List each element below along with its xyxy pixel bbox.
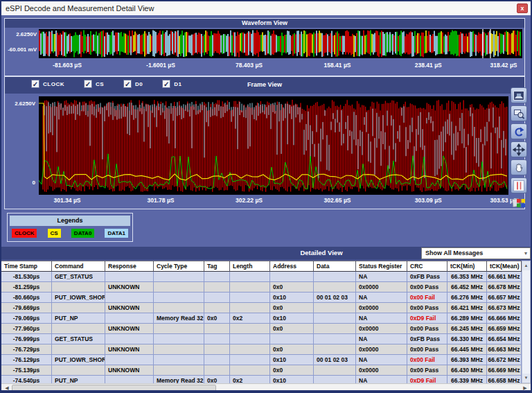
table-cell [105,272,154,282]
table-row[interactable]: -81.530µsGET_STATUSNA0xFB Pass66.353 MHz… [1,272,522,282]
table-cell [105,313,154,324]
hand-icon[interactable] [511,159,527,175]
window-border-bottom [0,390,532,393]
table-cell: NA [356,355,407,365]
channel-toggle-d1[interactable]: ✓D1 [162,80,181,88]
table-cell: 00 01 02 03 [314,355,356,365]
column-header-address[interactable]: Address [270,261,314,272]
column-header-cycle-type[interactable]: Cycle Type [154,261,204,272]
column-header-tck-min-[interactable]: tCK(Min) [447,261,487,272]
table-vertical-scrollbar[interactable]: ▲ ▼ [522,261,531,383]
table-row[interactable]: -81.259µsUNKNOWN0x00x00000x00 Pass66.452… [1,282,522,292]
table-row[interactable]: -76.729µsUNKNOWN0x00x00000x00 Pass66.445… [1,344,522,355]
table-row[interactable]: -77.960µsUNKNOWN0x00x00000x00 Pass66.245… [1,324,522,334]
table-cell: 0x10 [270,376,314,383]
espi-detail-window: eSPI Decode and Measurement Detail View … [0,0,532,393]
column-header-crc[interactable]: CRC [407,261,447,272]
window-border-left [0,1,1,390]
waveform-view-header: Waveform View [5,19,524,28]
table-cell: 0x00 Fail [407,292,447,303]
cursors-icon[interactable] [511,177,527,193]
table-cell: -74.540µs [1,376,52,383]
table-cell: 0x0 [270,365,314,376]
table-cell [154,292,204,303]
table-cell: Memory Read 32 [154,376,204,383]
table-cell: 0x00 Pass [407,365,447,376]
column-header-tag[interactable]: Tag [204,261,230,272]
table-cell [230,292,270,303]
table-row[interactable]: -80.660µsPUT_IOWR_SHORT0x1000 01 02 03NA… [1,292,522,303]
pan-icon[interactable] [511,141,527,157]
table-cell: 0xD9 Fail [407,313,447,324]
decode-table-header: Time StampCommandResponseCycle TypeTagLe… [1,261,522,272]
table-cell [204,324,230,334]
table-cell [204,292,230,303]
table-cell: 66.339 MHz [447,376,487,383]
frame-detail-plot[interactable] [39,96,508,195]
channel-toggle-d0[interactable]: ✓D0 [123,80,143,88]
channel-toggle-cs[interactable]: ✓CS [84,80,104,88]
scroll-up-icon[interactable]: ▲ [522,261,530,270]
undo-icon[interactable] [511,123,527,139]
table-cell: 66.673 MHz [487,303,522,313]
table-cell: 0x0 [270,282,314,292]
table-row[interactable]: -76.129µsPUT_IOWR_SHORT0x1000 01 02 03NA… [1,355,522,365]
message-filter-dropdown[interactable]: Show All Messages ▾ [421,247,531,259]
table-cell [314,272,356,282]
scroll-down-icon[interactable]: ▼ [522,374,530,383]
checkbox-checked-icon[interactable]: ✓ [162,80,170,88]
column-header-time-stamp[interactable]: Time Stamp [1,261,52,272]
frame-view-header: ✓CLOCK✓CS✓D0✓D1 Frame View [5,77,524,94]
time-tick-label: 158.41 µS [324,62,351,69]
table-cell: PUT_NP [52,376,105,383]
table-cell: UNKNOWN [105,344,154,355]
table-cell: 0x0000 [356,324,407,334]
checkbox-checked-icon[interactable]: ✓ [84,80,92,88]
table-cell: -81.259µs [1,282,52,292]
frame-y-max-label: 2.6250V [5,101,35,107]
table-cell: 0x0 [204,313,230,324]
table-cell: NA [356,376,407,383]
palette-icon[interactable] [511,195,527,211]
checkbox-checked-icon[interactable]: ✓ [123,80,132,88]
column-header-tck-mean-[interactable]: tCK(Mean) [487,261,522,272]
zoom-region-icon[interactable] [511,105,527,121]
table-cell: 0xFB Pass [407,272,447,282]
table-row[interactable]: -75.139µsUNKNOWN0x00x00000x00 Pass66.430… [1,365,522,376]
table-cell [154,355,204,365]
waveform-overview-plot[interactable] [39,29,522,58]
table-cell: -80.660µs [1,292,52,303]
column-header-length[interactable]: Length [230,261,270,272]
table-cell [204,344,230,355]
window-title: eSPI Decode and Measurement Detail View [6,4,154,12]
waveform-preview-icon[interactable] [511,87,527,103]
table-cell: 66.678 MHz [487,282,522,292]
column-header-command[interactable]: Command [52,261,105,272]
table-row[interactable]: -79.669µsUNKNOWN0x00x00000x00 Pass66.421… [1,303,522,313]
column-header-response[interactable]: Response [105,261,154,272]
table-cell [204,365,230,376]
legend-chip-clock: CLOCK [12,229,37,238]
checkbox-checked-icon[interactable]: ✓ [31,80,39,88]
waveform-view-panel: Waveform View 2.6250V -60.001 mV -81.603… [4,18,525,76]
table-cell: -76.129µs [1,355,52,365]
legend-chip-cs: CS [48,229,61,238]
table-cell [52,282,105,292]
table-cell: 66.245 MHz [447,324,487,334]
close-icon[interactable]: x [517,3,528,13]
table-cell [52,365,105,376]
time-tick-label: 238.41 µS [415,62,442,69]
column-header-data[interactable]: Data [314,261,356,272]
table-cell: PUT_NP [52,313,105,324]
table-row[interactable]: -79.069µsPUT_NPMemory Read 320x00x20x10N… [1,313,522,324]
title-bar[interactable]: eSPI Decode and Measurement Detail View … [1,1,531,15]
table-row[interactable]: -74.540µsPUT_NPMemory Read 320x00x20x10N… [1,376,522,383]
table-cell: 0x00 Pass [407,303,447,313]
table-cell: 66.672 MHz [487,355,522,365]
channel-toggle-clock[interactable]: ✓CLOCK [31,80,64,88]
table-cell: 66.330 MHz [447,334,487,344]
table-cell: PUT_IOWR_SHORT [52,292,105,303]
time-tick-label: -81.603 µS [53,62,82,69]
column-header-status-register[interactable]: Status Register [356,261,407,272]
table-row[interactable]: -76.999µsGET_STATUSNA0xFB Pass66.330 MHz… [1,334,522,344]
